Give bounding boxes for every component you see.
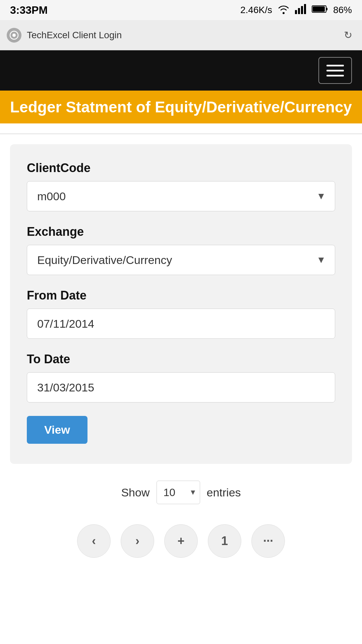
signal-icon [295, 4, 306, 16]
svg-rect-5 [326, 8, 327, 10]
entries-select[interactable]: 10 25 50 100 [157, 481, 200, 504]
status-bar: 3:33PM 2.46K/s 86% [0, 0, 362, 20]
bottom-nav: ‹ › + 1 ··· [0, 514, 362, 575]
show-label: Show [121, 486, 149, 499]
status-right: 2.46K/s 86% [240, 4, 352, 16]
hamburger-button[interactable] [318, 57, 352, 84]
form-card: ClientCode m000 m001 m002 ▼ Exchange Equ… [10, 144, 352, 464]
exchange-label: Exchange [27, 225, 335, 239]
client-code-select[interactable]: m000 m001 m002 [27, 181, 335, 211]
hamburger-line-1 [326, 65, 344, 66]
page-number-button[interactable]: 1 [208, 524, 241, 558]
battery-icon [312, 5, 328, 16]
entries-label: entries [207, 486, 241, 499]
svg-point-8 [12, 34, 16, 37]
hamburger-line-3 [326, 75, 344, 76]
next-button[interactable]: › [121, 524, 154, 558]
view-button[interactable]: View [27, 416, 87, 444]
from-date-label: From Date [27, 288, 335, 303]
from-date-input[interactable] [27, 309, 335, 339]
client-code-select-wrapper: m000 m001 m002 ▼ [27, 181, 335, 211]
client-code-label: ClientCode [27, 161, 335, 175]
nav-bar [0, 50, 362, 91]
add-button[interactable]: + [164, 524, 198, 558]
svg-rect-0 [295, 10, 297, 14]
svg-rect-2 [301, 6, 303, 14]
to-date-label: To Date [27, 352, 335, 366]
title-divider [0, 133, 362, 134]
refresh-icon[interactable]: ↻ [341, 28, 355, 43]
svg-rect-3 [304, 4, 306, 14]
prev-button[interactable]: ‹ [77, 524, 111, 558]
more-button[interactable]: ··· [251, 524, 285, 558]
browser-bar: TechExcel Client Login ↻ [0, 20, 362, 50]
network-speed: 2.46K/s [240, 5, 272, 15]
browser-url: TechExcel Client Login [27, 30, 335, 41]
page-title: Ledger Statment of Equity/Derivative/Cur… [10, 98, 352, 116]
entries-select-wrapper: 10 25 50 100 ▼ [157, 481, 200, 504]
exchange-select[interactable]: Equity/Derivative/Currency Equity Deriva… [27, 245, 335, 275]
show-entries-bar: Show 10 25 50 100 ▼ entries [0, 481, 362, 504]
browser-logo [7, 28, 21, 43]
to-date-input[interactable] [27, 372, 335, 402]
hamburger-line-2 [326, 70, 344, 71]
status-time: 3:33PM [10, 4, 48, 16]
svg-rect-1 [298, 8, 300, 14]
battery-percent: 86% [333, 5, 352, 15]
svg-rect-6 [313, 6, 325, 12]
exchange-select-wrapper: Equity/Derivative/Currency Equity Deriva… [27, 245, 335, 275]
page-title-banner: Ledger Statment of Equity/Derivative/Cur… [0, 91, 362, 123]
wifi-icon [278, 4, 290, 16]
